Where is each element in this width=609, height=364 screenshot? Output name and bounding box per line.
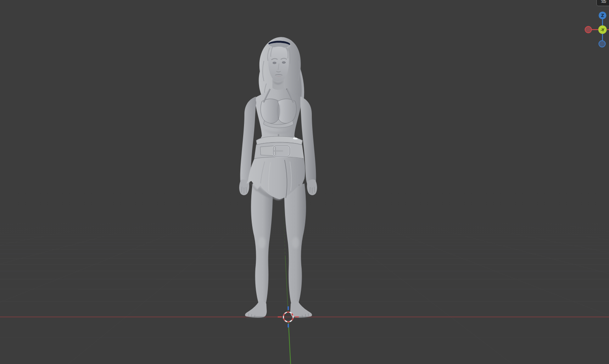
foot-left	[245, 301, 267, 318]
navigation-gizmo[interactable]: Z -Y	[581, 7, 609, 53]
gizmo-axis-neg-z[interactable]	[599, 41, 605, 47]
3d-viewport[interactable]: Z -Y 选	[0, 0, 609, 364]
hand-right	[307, 179, 317, 195]
y-axis-line	[288, 322, 290, 364]
navel	[278, 134, 279, 136]
gizmo-axis-z[interactable]: Z	[599, 12, 607, 19]
character-model[interactable]	[239, 37, 317, 319]
gizmo-neg-y-label: -Y	[600, 28, 605, 32]
gizmo-z-label: Z	[601, 13, 604, 18]
foot-right	[290, 301, 312, 318]
clipped-menu-button[interactable]: 选	[596, 0, 609, 6]
viewport-canvas	[0, 0, 609, 364]
clipped-menu-label: 选	[601, 0, 606, 4]
gizmo-axis-neg-x[interactable]	[585, 26, 592, 33]
waistband-highlight	[293, 138, 298, 140]
gizmo-axis-neg-y[interactable]: -Y	[598, 26, 607, 34]
world-axes	[0, 208, 609, 364]
